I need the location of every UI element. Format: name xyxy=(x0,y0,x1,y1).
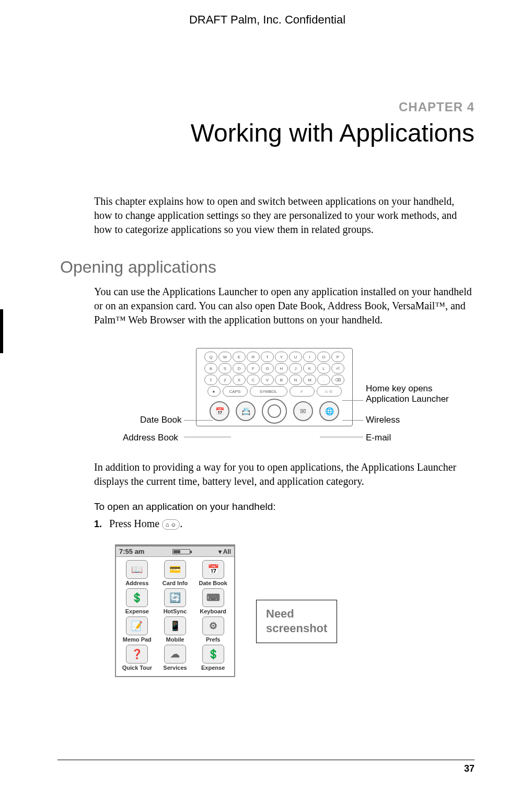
app-icon: 📝 xyxy=(126,616,148,635)
procedure-title: To open an application on your handheld: xyxy=(94,501,475,513)
app-expense2: 💲Expense xyxy=(194,645,232,671)
datebook-button-icon: 📅 xyxy=(210,401,229,421)
key: F xyxy=(247,363,260,374)
key: L xyxy=(317,363,330,374)
key: D xyxy=(233,363,246,374)
key: O xyxy=(317,352,330,362)
app-address: 📖Address xyxy=(118,560,156,586)
chapter-title: Working with Applications xyxy=(60,119,475,147)
key: W xyxy=(218,352,232,362)
key-caps: CAPS xyxy=(223,386,248,397)
callout-datebook: Date Book xyxy=(140,415,181,425)
launcher-grid: 📖Address 💳Card Info 📅Date Book 💲Expense … xyxy=(116,557,234,676)
app-memopad: 📝Memo Pad xyxy=(118,616,156,643)
battery-icon xyxy=(172,549,190,554)
key: I xyxy=(303,352,316,362)
app-icon: 📖 xyxy=(126,560,148,579)
app-icon: ⚙ xyxy=(202,616,224,635)
key-home: ⌂ ☺ xyxy=(317,386,342,397)
app-icon: 💲 xyxy=(202,645,224,664)
key: ⏎ xyxy=(331,363,344,374)
key: U xyxy=(289,352,302,362)
key: X xyxy=(233,375,246,385)
key: K xyxy=(303,363,316,374)
key: H xyxy=(275,363,288,374)
need-screenshot-note: Need screenshot xyxy=(256,600,337,643)
key-symbol: SYMBOL xyxy=(250,386,287,397)
key: E xyxy=(233,352,246,362)
chapter-label: CHAPTER 4 xyxy=(60,100,475,114)
key: Y xyxy=(275,352,288,362)
key: V xyxy=(261,375,274,385)
key: C xyxy=(247,375,260,385)
section-para-1: You can use the Applications Launcher to… xyxy=(94,285,475,327)
handheld-diagram: Q W E R T Y U I O P A S D F G H J K L xyxy=(94,348,475,450)
email-button-icon: ✉ xyxy=(293,401,313,421)
key: Q xyxy=(204,352,217,362)
key: J xyxy=(289,363,302,374)
key-check: ✓ xyxy=(290,386,315,397)
key: P xyxy=(331,352,344,362)
callout-email: E-mail xyxy=(366,433,391,443)
app-icon: 📱 xyxy=(164,616,186,635)
app-hotsync: 🔄HotSync xyxy=(156,588,194,614)
app-mobile: 📱Mobile xyxy=(156,616,194,643)
app-keyboard: ⌨Keyboard xyxy=(194,588,232,614)
app-icon: 📅 xyxy=(202,560,224,579)
callout-home-2: Application Launcher xyxy=(366,394,449,404)
key: M xyxy=(303,375,316,385)
key: . xyxy=(317,375,330,385)
page-number: 37 xyxy=(57,763,475,774)
app-expense: 💲Expense xyxy=(118,588,156,614)
app-icon: 💳 xyxy=(164,560,186,579)
key: T xyxy=(261,352,274,362)
key: ⇧ xyxy=(204,375,217,385)
key: R xyxy=(247,352,260,362)
keyboard-illustration: Q W E R T Y U I O P A S D F G H J K L xyxy=(196,348,353,426)
app-icon: ⌨ xyxy=(202,588,224,607)
app-icon: ❓ xyxy=(126,645,148,664)
app-datebook: 📅Date Book xyxy=(194,560,232,586)
revision-bar xyxy=(0,309,3,353)
header-confidential: DRAFT Palm, Inc. Confidential xyxy=(60,13,475,27)
key: N xyxy=(289,375,302,385)
wireless-button-icon: 🌐 xyxy=(319,401,339,421)
callout-addressbook: Address Book xyxy=(123,433,178,443)
callout-home-1: Home key opens xyxy=(366,383,433,394)
step-1: 1. Press Home ⌂ ☺. xyxy=(94,518,475,530)
app-quicktour: ❓Quick Tour xyxy=(118,645,156,671)
app-prefs: ⚙Prefs xyxy=(194,616,232,643)
callout-wireless: Wireless xyxy=(366,415,400,425)
app-cardinfo: 💳Card Info xyxy=(156,560,194,586)
app-icon: ☁ xyxy=(164,645,186,664)
key: S xyxy=(218,363,232,374)
app-services: ☁Services xyxy=(156,645,194,671)
key: A xyxy=(204,363,217,374)
app-icon: 💲 xyxy=(126,588,148,607)
key: B xyxy=(275,375,288,385)
page-footer: 37 xyxy=(57,760,475,774)
app-icon: 🔄 xyxy=(164,588,186,607)
key: G xyxy=(261,363,274,374)
addressbook-button-icon: 📇 xyxy=(236,401,256,421)
launcher-category: ▾ All xyxy=(218,548,231,555)
navigator-button-icon xyxy=(262,399,287,424)
section-heading: Opening applications xyxy=(60,258,475,277)
launcher-time: 7:55 am xyxy=(119,548,144,555)
section-para-2: In addition to providing a way for you t… xyxy=(94,460,475,488)
key: ⌫ xyxy=(331,375,344,385)
step-text: Press Home ⌂ ☺. xyxy=(109,518,182,530)
intro-paragraph: This chapter explains how to open and sw… xyxy=(94,194,475,237)
key-fn: ● xyxy=(207,386,221,397)
step-number: 1. xyxy=(94,519,102,530)
key: Z xyxy=(218,375,232,385)
launcher-screenshot: 7:55 am ▾ All 📖Address 💳Card Info 📅Date … xyxy=(115,544,235,677)
home-icon: ⌂ ☺ xyxy=(162,519,180,530)
